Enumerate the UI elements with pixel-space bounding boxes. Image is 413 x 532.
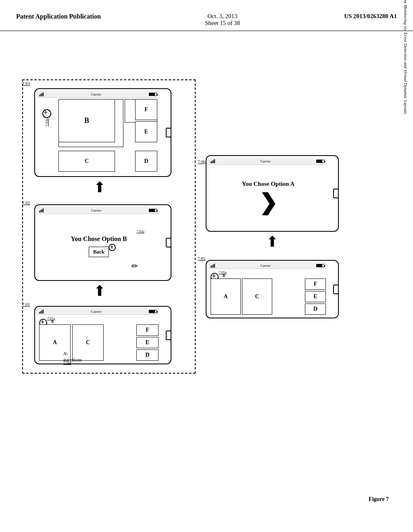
ref-705-label: 7.05 (198, 256, 205, 261)
phone-702: Carrier You Chose Option B Back (34, 204, 171, 281)
cell-F-705: F (305, 278, 326, 290)
ref-702-label: 7.02 (22, 200, 30, 205)
cell-F-701: F (136, 324, 159, 336)
arrow-up-to-702: ⬆ (94, 283, 106, 299)
phone-701: Carrier 7.01a B A C (34, 306, 171, 364)
home-btn-702 (166, 238, 171, 247)
cell-C-705: C (242, 278, 272, 315)
carrier-706: Carrier (261, 159, 271, 163)
text-702: You Chose Option B (71, 235, 127, 243)
cell-D-701: D (136, 349, 159, 361)
pencil-702: ✏ (131, 261, 138, 271)
cell-E-705: E (305, 291, 326, 302)
ref-703-label: 7.03 (22, 81, 30, 86)
phone-703: Carrier 7.03a B C F (34, 88, 171, 177)
cell-A-705: A (211, 278, 241, 315)
vertical-description: Example User Interface: User Intent Moni… (403, 0, 408, 114)
ref-B-705: B (223, 274, 225, 278)
cell-F-703: F (135, 99, 157, 120)
page-header: Patent Application Publication Oct. 3, 2… (0, 0, 413, 31)
figure-label: Figure 7 (369, 496, 389, 503)
phone-706: Carrier You Chose Option A ❯ (206, 155, 339, 232)
home-btn-706 (333, 189, 339, 198)
cell-B-big-703: B (58, 99, 115, 142)
chevron-706: ❯ (259, 191, 277, 214)
patent-number: US 2013/0263280 A1 (344, 12, 397, 20)
ref-B-701: B (51, 320, 54, 324)
phone-705: Carrier 7.05a B A C F E D (206, 260, 339, 318)
cell-D-705: D (305, 303, 326, 315)
crosshair-703 (42, 109, 51, 118)
carrier-702: Carrier (91, 208, 101, 212)
ref-703a: 7.03a (45, 118, 49, 127)
arrow-up-to-706: ⬆ (266, 233, 278, 250)
publication-title: Patent Application Publication (16, 12, 101, 21)
arrow-up-to-703: ⬆ (94, 179, 106, 196)
cell-E-701: E (136, 337, 159, 348)
carrier-705: Carrier (261, 264, 271, 268)
cell-C-big-703: C (58, 151, 115, 172)
home-btn-703 (166, 128, 171, 137)
n-iterations-label: N-iterations 7.04 (63, 351, 71, 366)
carrier-701: Carrier (91, 310, 101, 314)
text-706: You Chose Option A (242, 181, 294, 187)
ref-701-label: 7.01 (22, 302, 30, 307)
home-btn-701 (166, 330, 171, 340)
publication-date: Oct. 3, 2013 Sheet 15 of 38 (205, 12, 240, 27)
cell-E-703: E (135, 121, 157, 142)
back-button-702[interactable]: Back (89, 247, 109, 257)
ref-702a: 7.02a (136, 229, 144, 233)
ref-706-label: 7.06 (198, 159, 205, 164)
dashed-outer-box: 7.03 Carrier (22, 79, 196, 374)
carrier-703: Carrier (91, 92, 101, 96)
home-btn-705 (333, 285, 339, 294)
main-content: Example User Interface: User Intent Moni… (0, 31, 413, 527)
cell-D-703: D (135, 151, 157, 172)
